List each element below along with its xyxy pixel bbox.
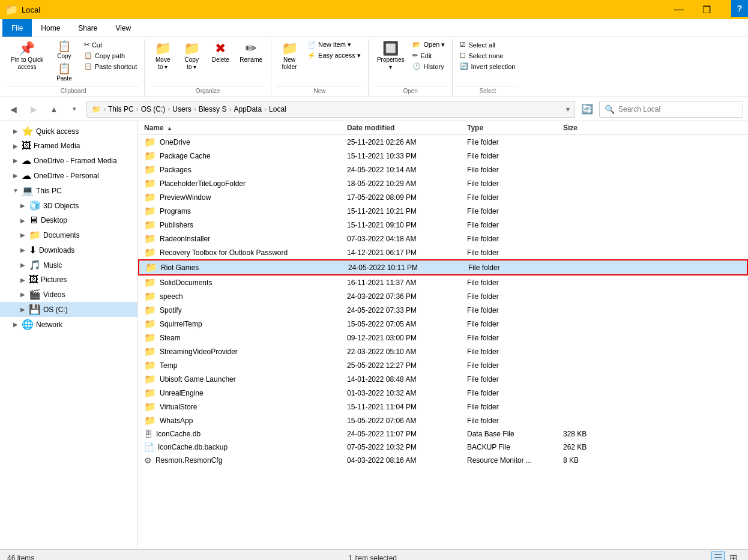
file-size: 328 KB <box>558 430 618 438</box>
sidebar-item-downloads[interactable]: ▶ ⬇ Downloads <box>0 242 137 257</box>
sidebar-item-network[interactable]: ▶ 🌐 Network <box>0 317 137 332</box>
path-blessy-s[interactable]: Blessy S <box>199 105 227 113</box>
file-name: 📁 Programs <box>138 205 342 217</box>
minimize-button[interactable]: — <box>665 0 693 19</box>
table-row[interactable]: 📁 Ubisoft Game Launcher 14-01-2022 08:48… <box>138 372 748 386</box>
file-list-scroll[interactable]: 📁 OneDrive 25-11-2021 02:26 AM File fold… <box>138 135 748 549</box>
sidebar-item-quick-access[interactable]: ▶ ⭐ Quick access <box>0 124 137 139</box>
file-name: 📁 SquirrelTemp <box>138 318 342 330</box>
details-view-button[interactable]: ☰ <box>711 552 725 561</box>
copy-path-icon: 📋 <box>84 52 92 59</box>
folder-icon: 📁 <box>144 360 156 371</box>
table-row[interactable]: 📁 WhatsApp 15-05-2022 07:06 AM File fold… <box>138 414 748 427</box>
table-row[interactable]: 📁 Riot Games 24-05-2022 10:11 PM File fo… <box>138 259 748 275</box>
table-row[interactable]: 📁 Spotify 24-05-2022 07:33 PM File folde… <box>138 303 748 317</box>
table-row[interactable]: 📁 SolidDocuments 16-11-2021 11:37 AM Fil… <box>138 275 748 289</box>
col-header-date[interactable]: Date modified <box>342 124 462 132</box>
path-appdata[interactable]: AppData <box>234 105 262 113</box>
paste-shortcut-button[interactable]: 📋 Paste shortcut <box>82 61 139 71</box>
refresh-button[interactable]: 🔄 <box>579 101 596 118</box>
table-row[interactable]: 📁 Recovery Toolbox for Outlook Password … <box>138 245 748 259</box>
framed-media-arrow: ▶ <box>12 143 19 149</box>
path-local[interactable]: Local <box>269 105 286 113</box>
pin-to-quick-access-button[interactable]: 📌 Pin to Quickaccess <box>7 40 47 73</box>
sidebar-item-desktop[interactable]: ▶ 🖥 Desktop <box>0 213 137 227</box>
maximize-button[interactable]: ❐ <box>693 0 720 19</box>
file-date: 15-11-2021 10:21 PM <box>342 207 462 215</box>
sidebar-item-os-c[interactable]: ▶ 💾 OS (C:) <box>0 302 137 317</box>
sidebar-item-onedrive-framed[interactable]: ▶ ☁ OneDrive - Framed Media <box>0 153 137 168</box>
tab-share[interactable]: Share <box>69 19 106 37</box>
file-type: File folder <box>462 306 558 315</box>
forward-button[interactable]: ▶ <box>25 101 42 118</box>
sidebar-item-framed-media[interactable]: ▶ 🖼 Framed Media <box>0 139 137 153</box>
help-button[interactable]: ? <box>731 0 748 17</box>
search-input[interactable] <box>618 105 738 113</box>
new-folder-button[interactable]: 📁 Newfolder <box>276 40 303 73</box>
properties-button[interactable]: 🔲 Properties▾ <box>373 40 408 73</box>
sidebar-item-music[interactable]: ▶ 🎵 Music <box>0 257 137 272</box>
select-none-button[interactable]: ☐ Select none <box>457 50 517 61</box>
file-type: File folder <box>462 248 558 257</box>
table-row[interactable]: 📁 Package Cache 15-11-2021 10:33 PM File… <box>138 149 748 163</box>
sidebar-item-3d-objects[interactable]: ▶ 🧊 3D Objects <box>0 198 137 213</box>
new-item-button[interactable]: 📄 New item ▾ <box>305 40 363 50</box>
sidebar-item-onedrive-personal[interactable]: ▶ ☁ OneDrive - Personal <box>0 168 137 183</box>
path-dropdown-button[interactable]: ▾ <box>566 105 570 113</box>
sidebar-item-pictures[interactable]: ▶ 🖼 Pictures <box>0 272 137 287</box>
move-to-button[interactable]: 📁 Moveto ▾ <box>149 40 176 73</box>
col-header-size[interactable]: Size <box>558 124 618 132</box>
recent-button[interactable]: ▾ <box>66 101 83 118</box>
table-row[interactable]: 📁 Programs 15-11-2021 10:21 PM File fold… <box>138 204 748 218</box>
table-row[interactable]: 📄 IconCache.db.backup 07-05-2022 10:32 P… <box>138 441 748 454</box>
table-row[interactable]: 📁 Steam 09-12-2021 03:00 PM File folder <box>138 331 748 345</box>
table-row[interactable]: ⚙ Resmon.ResmonCfg 04-03-2022 08:16 AM R… <box>138 454 748 467</box>
invert-selection-button[interactable]: 🔄 Invert selection <box>457 61 517 71</box>
up-button[interactable]: ▲ <box>46 101 62 118</box>
paste-button[interactable]: 📋 Paste <box>49 62 79 83</box>
table-row[interactable]: 📁 PlaceholderTileLogoFolder 18-05-2022 1… <box>138 176 748 190</box>
col-header-name[interactable]: Name ▲ <box>138 124 342 132</box>
large-icons-view-button[interactable]: ⊞ <box>726 552 741 561</box>
table-row[interactable]: 📁 PreviewWindow 17-05-2022 08:09 PM File… <box>138 190 748 204</box>
col-header-type[interactable]: Type <box>462 124 558 132</box>
cut-button[interactable]: ✂ Cut <box>82 40 139 50</box>
cut-icon: ✂ <box>84 41 89 49</box>
copy-path-button[interactable]: 📋 Copy path <box>82 50 139 61</box>
tab-file[interactable]: File <box>2 19 32 37</box>
file-icon: 🗄 <box>144 429 152 439</box>
table-row[interactable]: 📁 OneDrive 25-11-2021 02:26 AM File fold… <box>138 135 748 149</box>
table-row[interactable]: 🗄 IconCache.db 24-05-2022 11:07 PM Data … <box>138 427 748 441</box>
sidebar-item-documents[interactable]: ▶ 📁 Documents <box>0 227 137 242</box>
easy-access-button[interactable]: ⚡ Easy access ▾ <box>305 50 363 61</box>
address-path[interactable]: 📁 › This PC › OS (C:) › Users › Blessy S… <box>86 101 575 118</box>
table-row[interactable]: 📁 UnrealEngine 01-03-2022 10:32 AM File … <box>138 386 748 400</box>
select-all-button[interactable]: ☑ Select all <box>457 40 517 50</box>
search-box[interactable]: 🔍 <box>599 101 743 118</box>
sidebar-item-videos[interactable]: ▶ 🎬 Videos <box>0 287 137 302</box>
rename-button[interactable]: ✏ Rename <box>236 40 266 66</box>
table-row[interactable]: 📁 Publishers 15-11-2021 09:10 PM File fo… <box>138 218 748 232</box>
sidebar-item-this-pc[interactable]: ▼ 💻 This PC <box>0 183 137 198</box>
back-button[interactable]: ◀ <box>5 101 22 118</box>
copy-button[interactable]: 📋 Copy <box>49 40 79 61</box>
table-row[interactable]: 📁 RadeonInstaller 07-03-2022 04:18 AM Fi… <box>138 232 748 245</box>
file-date: 04-03-2022 08:16 AM <box>342 456 462 465</box>
table-row[interactable]: 📁 Packages 24-05-2022 10:14 AM File fold… <box>138 163 748 176</box>
open-button[interactable]: 📂 Open ▾ <box>410 40 447 50</box>
table-row[interactable]: 📁 StreamingVideoProvider 22-03-2022 05:1… <box>138 345 748 358</box>
table-row[interactable]: 📁 speech 24-03-2022 07:36 PM File folder <box>138 289 748 303</box>
edit-button[interactable]: ✏ Edit <box>410 50 447 61</box>
table-row[interactable]: 📁 SquirrelTemp 15-05-2022 07:05 AM File … <box>138 317 748 331</box>
music-icon: 🎵 <box>29 259 41 271</box>
delete-button[interactable]: ✖ Delete <box>207 40 234 66</box>
path-users[interactable]: Users <box>172 105 191 113</box>
table-row[interactable]: 📁 VirtualStore 15-11-2021 11:04 PM File … <box>138 400 748 414</box>
path-os-c[interactable]: OS (C:) <box>141 105 166 113</box>
copy-to-button[interactable]: 📁 Copyto ▾ <box>178 40 205 73</box>
history-button[interactable]: 🕐 History <box>410 61 447 71</box>
table-row[interactable]: 📁 Temp 25-05-2022 12:27 PM File folder <box>138 358 748 372</box>
tab-home[interactable]: Home <box>32 19 69 37</box>
tab-view[interactable]: View <box>106 19 140 37</box>
path-this-pc[interactable]: This PC <box>108 105 134 113</box>
